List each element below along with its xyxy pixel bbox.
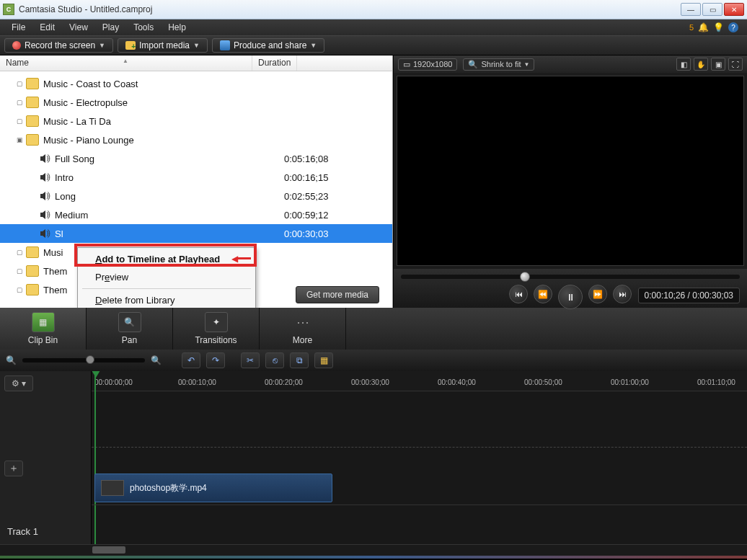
zoom-out-icon[interactable]: 🔍: [6, 355, 17, 365]
titlebar: C Camtasia Studio - Untitled.camproj — ▭…: [0, 0, 747, 19]
import-label: Import media: [139, 40, 190, 50]
tree-item[interactable]: Full Song0:05:16;08: [0, 149, 392, 168]
produce-button[interactable]: Produce and share ▼: [212, 38, 324, 53]
preview-canvas[interactable]: [397, 76, 744, 266]
tree-folder[interactable]: ▣Music - Piano Lounge: [0, 130, 392, 149]
folder-icon: [26, 284, 39, 295]
menu-play[interactable]: Play: [95, 22, 126, 32]
tree-item[interactable]: Long0:02:55;23: [0, 187, 392, 205]
folder-icon: [125, 41, 136, 50]
tree-item[interactable]: Medium0:00:59;12: [0, 205, 392, 224]
ctx-add-timeline[interactable]: Add to Timeline at Playhead: [79, 250, 254, 268]
folder-icon: [26, 246, 39, 258]
timeline-tracks[interactable]: 00:00:00;00 00:00:10;00 00:00:20;00 00:0…: [92, 371, 747, 544]
zoom-slider[interactable]: [22, 358, 145, 363]
item-duration: 0:00:16;15: [281, 172, 328, 183]
expand-icon[interactable]: ▢: [13, 249, 26, 256]
tree-item-selected[interactable]: Sl0:00:30;03: [0, 224, 392, 243]
paste-button[interactable]: ▦: [314, 352, 333, 368]
preview-panel: ▭1920x1080 🔍Shrink to fit▼ ◧ ✋ ▣ ⛶ ⏮ ⏪ ⏸…: [393, 55, 747, 308]
notif-count: 5: [689, 23, 694, 32]
tree-folder[interactable]: ▢Music - La Ti Da: [0, 112, 392, 130]
menu-edit[interactable]: Edit: [32, 22, 62, 32]
seek-slider[interactable]: [401, 275, 740, 279]
ctx-delete[interactable]: Delete from Library: [79, 291, 254, 308]
item-duration: 0:00:30;03: [281, 228, 328, 239]
dimensions-pill[interactable]: ▭1920x1080: [398, 58, 457, 71]
expand-icon[interactable]: ▢: [13, 99, 26, 106]
folder-label: Music - La Ti Da: [43, 116, 270, 127]
tree-folder[interactable]: ▢Music - Coast to Coast: [0, 74, 392, 93]
bell-icon[interactable]: 🔔: [698, 22, 709, 32]
item-duration: 0:05:16;08: [281, 154, 328, 164]
fullscreen-icon[interactable]: ⛶: [728, 58, 743, 71]
zoom-in-icon[interactable]: 🔍: [151, 355, 162, 365]
folder-icon: [26, 115, 39, 127]
expand-icon[interactable]: ▢: [13, 117, 26, 125]
bulb-icon[interactable]: 💡: [713, 22, 724, 32]
redo-button[interactable]: ↷: [206, 352, 225, 368]
expand-icon[interactable]: ▢: [13, 286, 26, 293]
detach-icon[interactable]: ▣: [711, 58, 725, 71]
ruler-tick: 00:00:50;00: [524, 378, 562, 386]
tree-folder[interactable]: ▢Music - Electropulse: [0, 93, 392, 112]
import-button[interactable]: Import media ▼: [118, 38, 208, 53]
ruler-tick: 00:00:40;00: [438, 378, 476, 386]
undo-button[interactable]: ↶: [182, 352, 200, 368]
collapse-icon[interactable]: ▣: [13, 136, 26, 143]
get-more-media-button[interactable]: Get more media: [296, 286, 379, 303]
clip-block[interactable]: photoshop教学.mp4: [94, 474, 332, 502]
item-duration: 0:02:55;23: [281, 191, 328, 202]
timecode-display: 0:00:10;26 / 0:00:30;03: [638, 288, 740, 303]
menubar: File Edit View Play Tools Help 5 🔔 💡 ?: [0, 19, 747, 35]
hand-icon[interactable]: ✋: [694, 58, 708, 71]
produce-label: Produce and share: [234, 40, 306, 50]
menu-help[interactable]: Help: [161, 22, 193, 32]
crop-icon[interactable]: ◧: [676, 58, 691, 71]
tab-clip-bin[interactable]: ▦Clip Bin: [0, 308, 87, 350]
clip-thumbnail: [101, 480, 124, 496]
track-row[interactable]: photoshop教学.mp4: [92, 472, 747, 505]
tab-pan[interactable]: 🔍Pan: [87, 308, 173, 350]
minimize-button[interactable]: —: [681, 3, 701, 16]
rewind-button[interactable]: ⏪: [534, 285, 552, 303]
tree-item[interactable]: Intro0:00:16;15: [0, 168, 392, 187]
add-track-button[interactable]: ＋: [4, 461, 23, 476]
empty-track-area: [92, 391, 747, 448]
track-label[interactable]: Track 1: [0, 519, 91, 544]
playhead[interactable]: [94, 371, 96, 544]
col-duration[interactable]: Duration: [252, 55, 297, 71]
record-label: Record the screen: [25, 40, 95, 50]
cut-button[interactable]: ✂: [241, 352, 260, 368]
menu-tools[interactable]: Tools: [126, 22, 161, 32]
menu-view[interactable]: View: [62, 22, 95, 32]
zoom-pill[interactable]: 🔍Shrink to fit▼: [463, 58, 534, 71]
chevron-down-icon: ▼: [99, 42, 105, 49]
folder-label: Music - Coast to Coast: [43, 79, 270, 89]
timeline-ruler[interactable]: 00:00:00;00 00:00:10;00 00:00:20;00 00:0…: [92, 371, 747, 391]
timeline-scrollbar[interactable]: [0, 544, 747, 556]
expand-icon[interactable]: ▢: [13, 80, 26, 87]
pause-button[interactable]: ⏸: [558, 285, 583, 309]
tab-transitions[interactable]: ✦Transitions: [173, 308, 260, 350]
ruler-tick: 00:00:30;00: [351, 378, 389, 386]
expand-icon[interactable]: ▢: [13, 267, 26, 275]
record-button[interactable]: Record the screen ▼: [4, 38, 113, 53]
dimensions-label: 1920x1080: [413, 60, 452, 68]
timeline-settings-button[interactable]: ⚙ ▾: [4, 375, 33, 391]
ctx-preview[interactable]: Preview: [79, 268, 254, 286]
next-button[interactable]: ⏭: [613, 285, 632, 303]
help-icon[interactable]: ?: [728, 22, 738, 32]
maximize-button[interactable]: ▭: [702, 3, 722, 16]
close-button[interactable]: ✕: [724, 3, 744, 16]
prev-button[interactable]: ⏮: [509, 285, 528, 303]
menu-file[interactable]: File: [4, 22, 32, 32]
col-name[interactable]: Name: [0, 55, 252, 71]
forward-button[interactable]: ⏩: [588, 285, 607, 303]
tab-more[interactable]: ⋯More: [260, 308, 346, 350]
dimensions-icon: ▭: [403, 60, 410, 69]
copy-button[interactable]: ⧉: [290, 352, 309, 368]
chevron-down-icon: ▼: [523, 61, 529, 68]
clip-name: photoshop教学.mp4: [130, 482, 207, 494]
split-button[interactable]: ⎋: [265, 352, 284, 368]
